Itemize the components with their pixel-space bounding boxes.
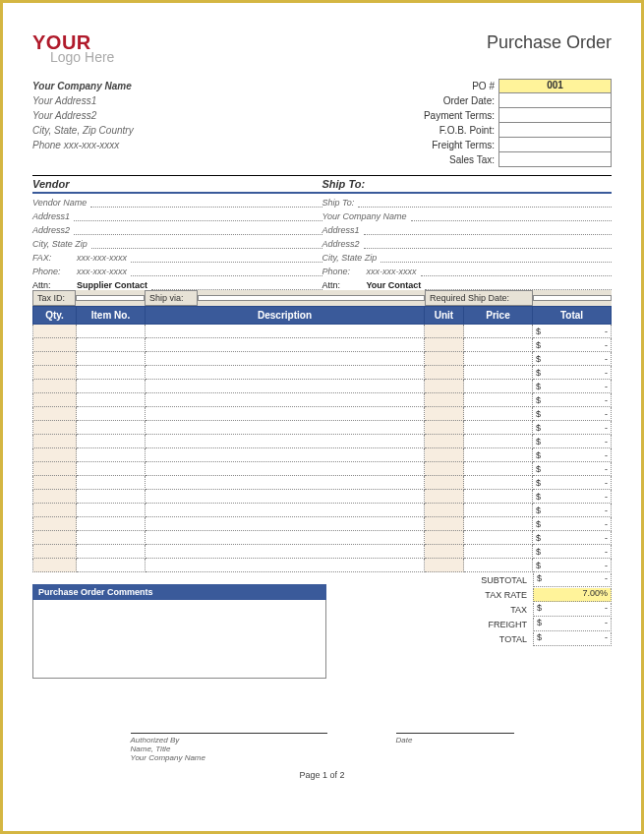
taxrate-value[interactable]: 7.00%	[533, 588, 612, 602]
table-row[interactable]: $-	[33, 435, 612, 448]
cell-unit[interactable]	[425, 380, 464, 393]
table-row[interactable]: $-	[33, 325, 612, 338]
cell-unit[interactable]	[425, 421, 464, 435]
reqdate-input[interactable]	[533, 295, 612, 301]
cell-desc[interactable]	[146, 490, 425, 504]
cell-desc[interactable]	[146, 531, 425, 545]
cell-price[interactable]	[464, 338, 533, 352]
cell-unit[interactable]	[425, 435, 464, 448]
cell-item[interactable]	[77, 352, 146, 366]
table-row[interactable]: $-	[33, 421, 612, 435]
freight-value[interactable]: $-	[533, 618, 612, 631]
cell-desc[interactable]	[146, 352, 425, 366]
table-row[interactable]: $-	[33, 504, 612, 517]
cell-price[interactable]	[464, 393, 533, 407]
cell-unit[interactable]	[425, 504, 464, 517]
table-row[interactable]: $-	[33, 448, 612, 462]
cell-qty[interactable]	[33, 393, 77, 407]
cell-desc[interactable]	[146, 435, 425, 448]
freight-terms-value[interactable]	[498, 138, 612, 152]
cell-qty[interactable]	[33, 504, 77, 517]
cell-desc[interactable]	[146, 325, 425, 338]
cell-item[interactable]	[77, 517, 146, 531]
cell-desc[interactable]	[146, 504, 425, 517]
cell-item[interactable]	[77, 559, 146, 572]
cell-desc[interactable]	[146, 545, 425, 559]
table-row[interactable]: $-	[33, 517, 612, 531]
table-row[interactable]: $-	[33, 462, 612, 476]
cell-item[interactable]	[77, 366, 146, 380]
cell-desc[interactable]	[146, 559, 425, 572]
cell-qty[interactable]	[33, 462, 77, 476]
cell-price[interactable]	[464, 421, 533, 435]
cell-unit[interactable]	[425, 448, 464, 462]
cell-price[interactable]	[464, 448, 533, 462]
cell-qty[interactable]	[33, 380, 77, 393]
cell-desc[interactable]	[146, 448, 425, 462]
taxid-input[interactable]	[76, 295, 145, 301]
table-row[interactable]: $-	[33, 545, 612, 559]
cell-item[interactable]	[77, 504, 146, 517]
cell-unit[interactable]	[425, 490, 464, 504]
cell-qty[interactable]	[33, 338, 77, 352]
cell-item[interactable]	[77, 490, 146, 504]
cell-price[interactable]	[464, 325, 533, 338]
cell-qty[interactable]	[33, 448, 77, 462]
cell-desc[interactable]	[146, 407, 425, 421]
cell-unit[interactable]	[425, 366, 464, 380]
cell-item[interactable]	[77, 435, 146, 448]
table-row[interactable]: $-	[33, 559, 612, 572]
cell-qty[interactable]	[33, 421, 77, 435]
cell-desc[interactable]	[146, 421, 425, 435]
cell-qty[interactable]	[33, 366, 77, 380]
cell-unit[interactable]	[425, 352, 464, 366]
cell-desc[interactable]	[146, 393, 425, 407]
cell-qty[interactable]	[33, 352, 77, 366]
comments-body[interactable]	[32, 600, 326, 679]
table-row[interactable]: $-	[33, 338, 612, 352]
cell-qty[interactable]	[33, 545, 77, 559]
table-row[interactable]: $-	[33, 366, 612, 380]
cell-item[interactable]	[77, 325, 146, 338]
cell-qty[interactable]	[33, 435, 77, 448]
cell-desc[interactable]	[146, 476, 425, 490]
cell-item[interactable]	[77, 448, 146, 462]
payment-terms-value[interactable]	[498, 108, 612, 123]
cell-price[interactable]	[464, 380, 533, 393]
cell-unit[interactable]	[425, 476, 464, 490]
cell-item[interactable]	[77, 421, 146, 435]
cell-qty[interactable]	[33, 407, 77, 421]
table-row[interactable]: $-	[33, 352, 612, 366]
cell-unit[interactable]	[425, 517, 464, 531]
cell-item[interactable]	[77, 476, 146, 490]
cell-qty[interactable]	[33, 325, 77, 338]
cell-price[interactable]	[464, 504, 533, 517]
cell-price[interactable]	[464, 517, 533, 531]
cell-unit[interactable]	[425, 531, 464, 545]
cell-price[interactable]	[464, 490, 533, 504]
cell-price[interactable]	[464, 545, 533, 559]
po-num-value[interactable]: 001	[498, 79, 612, 93]
cell-qty[interactable]	[33, 517, 77, 531]
cell-desc[interactable]	[146, 380, 425, 393]
cell-price[interactable]	[464, 476, 533, 490]
table-row[interactable]: $-	[33, 490, 612, 504]
table-row[interactable]: $-	[33, 407, 612, 421]
sales-tax-value[interactable]	[498, 152, 612, 167]
order-date-value[interactable]	[498, 93, 612, 108]
cell-price[interactable]	[464, 352, 533, 366]
cell-item[interactable]	[77, 407, 146, 421]
cell-unit[interactable]	[425, 325, 464, 338]
cell-desc[interactable]	[146, 517, 425, 531]
table-row[interactable]: $-	[33, 380, 612, 393]
cell-unit[interactable]	[425, 559, 464, 572]
cell-price[interactable]	[464, 531, 533, 545]
cell-price[interactable]	[464, 559, 533, 572]
cell-price[interactable]	[464, 366, 533, 380]
fob-value[interactable]	[498, 123, 612, 138]
cell-qty[interactable]	[33, 476, 77, 490]
cell-item[interactable]	[77, 545, 146, 559]
cell-desc[interactable]	[146, 366, 425, 380]
cell-qty[interactable]	[33, 531, 77, 545]
cell-desc[interactable]	[146, 338, 425, 352]
